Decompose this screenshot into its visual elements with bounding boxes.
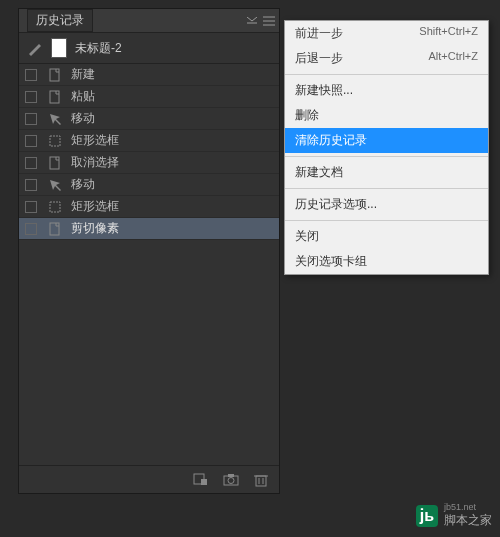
svg-rect-17 (256, 476, 266, 486)
history-label: 取消选择 (71, 154, 119, 171)
document-title: 未标题-2 (75, 40, 122, 57)
menu-item-label: 前进一步 (295, 25, 343, 42)
history-row[interactable]: 矩形选框 (19, 130, 279, 152)
file-icon (47, 90, 63, 104)
history-label: 粘贴 (71, 88, 95, 105)
trash-icon[interactable] (253, 473, 269, 487)
move-icon (47, 112, 63, 126)
history-label: 移动 (71, 110, 95, 127)
panel-footer (19, 465, 279, 493)
menu-item[interactable]: 删除 (285, 103, 488, 128)
watermark-url: jb51.net (444, 502, 492, 512)
menu-item[interactable]: 清除历史记录 (285, 128, 488, 153)
history-row[interactable]: 移动 (19, 108, 279, 130)
marquee-icon (47, 200, 63, 214)
history-row[interactable]: 矩形选框 (19, 196, 279, 218)
panel-tab-history[interactable]: 历史记录 (27, 9, 93, 32)
menu-item[interactable]: 后退一步Alt+Ctrl+Z (285, 46, 488, 71)
svg-rect-7 (50, 136, 60, 146)
menu-separator (285, 220, 488, 221)
history-label: 新建 (71, 66, 95, 83)
menu-icon[interactable] (263, 16, 275, 26)
file-icon (47, 156, 63, 170)
watermark-logo: јь (416, 505, 438, 527)
history-row[interactable]: 取消选择 (19, 152, 279, 174)
svg-rect-16 (228, 474, 234, 477)
history-label: 矩形选框 (71, 132, 119, 149)
menu-item-label: 删除 (295, 107, 319, 124)
menu-separator (285, 188, 488, 189)
history-checkbox[interactable] (25, 179, 37, 191)
marquee-icon (47, 134, 63, 148)
brush-icon (27, 40, 43, 56)
history-checkbox[interactable] (25, 201, 37, 213)
svg-rect-10 (50, 202, 60, 212)
menu-item-label: 后退一步 (295, 50, 343, 67)
menu-item[interactable]: 前进一步Shift+Ctrl+Z (285, 21, 488, 46)
svg-rect-4 (50, 69, 59, 81)
context-menu: 前进一步Shift+Ctrl+Z后退一步Alt+Ctrl+Z新建快照...删除清… (284, 20, 489, 275)
menu-item[interactable]: 新建快照... (285, 78, 488, 103)
camera-icon[interactable] (223, 473, 239, 487)
history-list: 新建粘贴移动矩形选框取消选择移动矩形选框剪切像素 (19, 64, 279, 465)
menu-separator (285, 156, 488, 157)
menu-item[interactable]: 关闭 (285, 224, 488, 249)
history-panel: 历史记录 未标题-2 新建粘贴移动矩形选框取消选择移动矩形选框剪切像素 (18, 8, 280, 494)
document-thumbnail (51, 38, 67, 58)
menu-item-label: 关闭选项卡组 (295, 253, 367, 270)
svg-marker-6 (50, 114, 61, 125)
history-checkbox[interactable] (25, 113, 37, 125)
history-checkbox[interactable] (25, 223, 37, 235)
menu-item[interactable]: 新建文档 (285, 160, 488, 185)
menu-item-label: 新建快照... (295, 82, 353, 99)
file-icon (47, 222, 63, 236)
svg-rect-13 (201, 479, 207, 485)
history-label: 移动 (71, 176, 95, 193)
svg-rect-11 (50, 223, 59, 235)
history-row[interactable]: 粘贴 (19, 86, 279, 108)
watermark-text: 脚本之家 (444, 512, 492, 529)
history-checkbox[interactable] (25, 91, 37, 103)
menu-item-label: 新建文档 (295, 164, 343, 181)
watermark: јь jb51.net 脚本之家 (416, 502, 492, 529)
history-checkbox[interactable] (25, 69, 37, 81)
file-icon (47, 68, 63, 82)
menu-separator (285, 74, 488, 75)
history-row[interactable]: 新建 (19, 64, 279, 86)
menu-item-shortcut: Shift+Ctrl+Z (419, 25, 478, 42)
svg-marker-9 (50, 180, 61, 191)
history-label: 剪切像素 (71, 220, 119, 237)
svg-rect-5 (50, 91, 59, 103)
svg-rect-8 (50, 157, 59, 169)
history-row[interactable]: 移动 (19, 174, 279, 196)
menu-item[interactable]: 历史记录选项... (285, 192, 488, 217)
collapse-icon[interactable] (247, 17, 257, 25)
menu-item-label: 清除历史记录 (295, 132, 367, 149)
history-checkbox[interactable] (25, 135, 37, 147)
history-row[interactable]: 剪切像素 (19, 218, 279, 240)
menu-item-shortcut: Alt+Ctrl+Z (428, 50, 478, 67)
menu-item[interactable]: 关闭选项卡组 (285, 249, 488, 274)
document-row[interactable]: 未标题-2 (19, 33, 279, 64)
history-label: 矩形选框 (71, 198, 119, 215)
new-snapshot-icon[interactable] (193, 473, 209, 487)
svg-point-15 (228, 477, 234, 483)
panel-header: 历史记录 (19, 9, 279, 33)
move-icon (47, 178, 63, 192)
menu-item-label: 历史记录选项... (295, 196, 377, 213)
menu-item-label: 关闭 (295, 228, 319, 245)
history-checkbox[interactable] (25, 157, 37, 169)
